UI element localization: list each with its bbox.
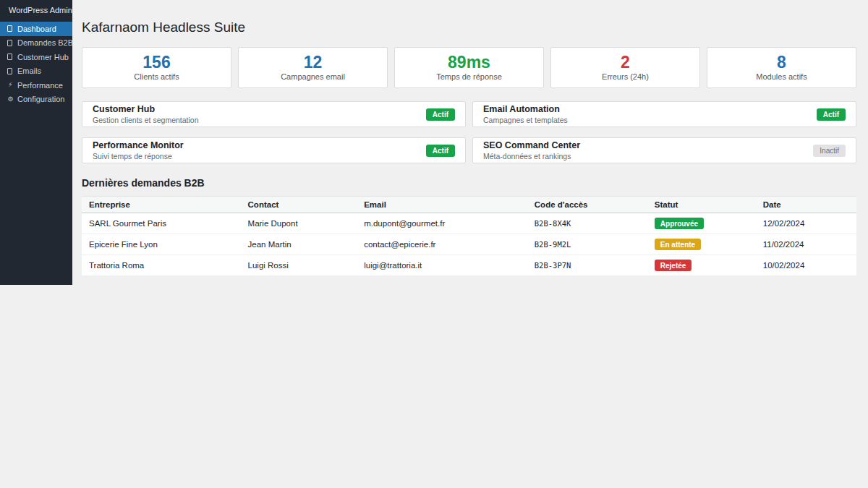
column-header-email: Email <box>357 197 527 213</box>
stat-card-temps-de-r-ponse: 89msTemps de réponse <box>394 47 544 88</box>
sidebar-item-dashboard[interactable]: Dashboard <box>0 22 72 36</box>
cell-code: B2B-9M2L <box>527 234 647 255</box>
module-info: Email AutomationCampagnes et templates <box>483 104 568 124</box>
module-card-email-automation[interactable]: Email AutomationCampagnes et templatesAc… <box>472 101 856 127</box>
module-info: SEO Command CenterMéta-données et rankin… <box>483 140 580 160</box>
module-status-badge: Actif <box>426 145 455 157</box>
module-info: Performance MonitorSuivi temps de répons… <box>93 140 184 160</box>
cell-email: contact@epicerie.fr <box>357 234 527 255</box>
cell-email: luigi@trattoria.it <box>357 255 527 276</box>
cell-contact: Jean Martin <box>241 234 357 255</box>
module-card-customer-hub[interactable]: Customer HubGestion clients et segmentat… <box>82 101 466 127</box>
sidebar-item-label: Dashboard <box>17 25 56 33</box>
table-row: Epicerie Fine LyonJean Martincontact@epi… <box>82 234 856 255</box>
dashboard-icon <box>7 25 12 32</box>
stat-label: Campagnes email <box>242 72 384 81</box>
module-card-performance-monitor[interactable]: Performance MonitorSuivi temps de répons… <box>82 137 466 163</box>
stat-label: Modules actifs <box>710 72 853 81</box>
column-header-date: Date <box>756 197 856 213</box>
performance-icon: ⚡ <box>7 81 14 89</box>
status-badge: En attente <box>655 239 701 250</box>
cell-statut: En attente <box>647 234 756 255</box>
cell-code: B2B-8X4K <box>527 213 647 234</box>
module-info: Customer HubGestion clients et segmentat… <box>93 104 199 124</box>
table-header-row: EntrepriseContactEmailCode d'accèsStatut… <box>82 197 856 213</box>
status-badge: Rejetée <box>655 260 692 271</box>
column-header-statut: Statut <box>647 197 756 213</box>
cell-email: m.dupont@gourmet.fr <box>357 213 527 234</box>
modules-grid: Customer HubGestion clients et segmentat… <box>82 101 856 163</box>
sidebar-item-emails[interactable]: Emails <box>0 64 72 79</box>
configuration-icon: ⚙ <box>7 95 14 103</box>
stat-value: 2 <box>554 53 697 72</box>
module-status-badge: Actif <box>817 108 846 121</box>
status-badge: Approuvée <box>655 218 704 229</box>
b2b-requests-title: Dernières demandes B2B <box>82 177 856 189</box>
stat-card-campagnes-email: 12Campagnes email <box>238 47 388 88</box>
sidebar-brand: WordPress Admin <box>0 4 72 22</box>
sidebar-item-configuration[interactable]: ⚙Configuration <box>0 93 72 107</box>
page-title: Kafarnaom Headless Suite <box>82 20 856 35</box>
table-row: Trattoria RomaLuigi Rossiluigi@trattoria… <box>82 255 856 276</box>
cell-date: 12/02/2024 <box>756 213 856 234</box>
cell-contact: Luigi Rossi <box>241 255 357 276</box>
sidebar-item-customer-hub[interactable]: Customer Hub <box>0 50 72 64</box>
sidebar-item-label: Customer Hub <box>17 53 69 61</box>
column-header-entreprise: Entreprise <box>82 197 241 213</box>
cell-date: 10/02/2024 <box>756 255 856 276</box>
cell-date: 11/02/2024 <box>756 234 856 255</box>
module-title: Customer Hub <box>93 104 199 114</box>
stat-value: 12 <box>242 53 384 72</box>
cell-code: B2B-3P7N <box>527 255 647 276</box>
module-status-badge: Inactif <box>813 145 846 157</box>
b2b-requests-table: EntrepriseContactEmailCode d'accèsStatut… <box>82 196 856 276</box>
stat-value: 156 <box>85 53 228 72</box>
module-status-badge: Actif <box>426 108 455 121</box>
cell-entreprise: SARL Gourmet Paris <box>82 213 241 234</box>
cell-statut: Approuvée <box>647 213 756 234</box>
cell-statut: Rejetée <box>647 255 756 276</box>
column-header-code-d-acc-s: Code d'accès <box>527 197 647 213</box>
module-description: Campagnes et templates <box>483 116 568 124</box>
sidebar-menu: DashboardDemandes B2BCustomer HubEmails⚡… <box>0 22 72 106</box>
stat-label: Clients actifs <box>85 72 228 81</box>
sidebar-item-label: Configuration <box>17 95 64 103</box>
column-header-contact: Contact <box>241 197 357 213</box>
stat-card-erreurs-24h-: 2Erreurs (24h) <box>550 47 700 88</box>
module-title: Email Automation <box>483 104 568 114</box>
sidebar-item-label: Demandes B2B <box>17 38 73 47</box>
module-description: Gestion clients et segmentation <box>93 116 199 124</box>
module-card-seo-command-center[interactable]: SEO Command CenterMéta-données et rankin… <box>472 137 856 163</box>
cell-entreprise: Epicerie Fine Lyon <box>82 234 241 255</box>
stat-label: Erreurs (24h) <box>554 72 697 81</box>
admin-sidebar: WordPress Admin DashboardDemandes B2BCus… <box>0 0 72 285</box>
stats-row: 156Clients actifs12Campagnes email89msTe… <box>82 47 856 88</box>
module-description: Méta-données et rankings <box>483 152 580 160</box>
cell-contact: Marie Dupont <box>241 213 357 234</box>
table-row: SARL Gourmet ParisMarie Dupontm.dupont@g… <box>82 213 856 234</box>
main-content: Kafarnaom Headless Suite 156Clients acti… <box>72 0 868 276</box>
sidebar-item-label: Performance <box>17 81 63 90</box>
emails-icon <box>7 68 12 74</box>
sidebar-item-performance[interactable]: ⚡Performance <box>0 78 72 93</box>
customer-hub-icon <box>7 53 12 60</box>
module-description: Suivi temps de réponse <box>93 152 184 160</box>
stat-card-clients-actifs: 156Clients actifs <box>82 47 231 88</box>
sidebar-item-demandes-b2b[interactable]: Demandes B2B <box>0 36 72 51</box>
sidebar-item-label: Emails <box>17 67 41 75</box>
stat-value: 8 <box>710 53 853 72</box>
table-body: SARL Gourmet ParisMarie Dupontm.dupont@g… <box>82 213 856 276</box>
module-title: SEO Command Center <box>483 140 580 150</box>
cell-entreprise: Trattoria Roma <box>82 255 241 276</box>
module-title: Performance Monitor <box>93 140 184 150</box>
demandes-b2b-icon <box>7 40 12 46</box>
stat-card-modules-actifs: 8Modules actifs <box>707 47 856 88</box>
stat-label: Temps de réponse <box>398 72 540 81</box>
stat-value: 89ms <box>398 53 540 72</box>
